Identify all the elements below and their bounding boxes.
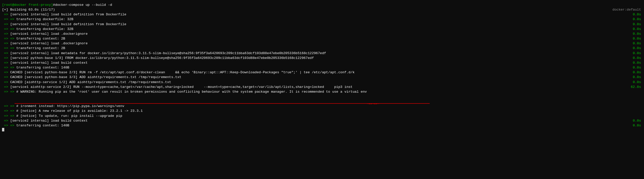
log-line: => [service1 internal] load build contex…: [2, 60, 642, 65]
log-text: [service2 internal] load build context: [8, 118, 88, 123]
log-text: [service2 internal] load metadata for do…: [8, 51, 326, 56]
log-text: [service1 internal] load build context: [8, 60, 88, 65]
time: 0.0s: [633, 123, 642, 128]
command-text: #docker-compose up --build -d: [53, 3, 112, 7]
time: 0.0s: [633, 51, 642, 56]
log-text: transferring context: 2B: [14, 36, 65, 41]
building-line: [+] Building 63.0s (11/17) docker:defaul…: [2, 7, 642, 12]
log-line: => => transferring dockerfile: 32B 0.0s: [2, 27, 642, 31]
log-line: => [service2 internal] load .dockerignor…: [2, 41, 642, 46]
log-text: CACHED [aiohttp-service 1/2] ADD aiohttp…: [8, 80, 171, 85]
time: 0.0s: [633, 41, 642, 46]
time: 0.0s: [633, 75, 642, 80]
time: 0.0s: [633, 36, 642, 41]
arrow: => =>: [2, 17, 14, 22]
log-line: => => transferring context: 2B 0.0s: [2, 46, 642, 51]
time: 0.0s: [633, 80, 642, 85]
arrow: =>: [2, 41, 8, 46]
arrow: => =>: [2, 89, 14, 94]
time: 0.0s: [633, 118, 642, 123]
arrow: => =>: [2, 27, 14, 31]
time: 0.0s: [633, 12, 642, 17]
arrow: => =>: [2, 109, 14, 113]
log-line: => => # ironment instead: https://pip.py…: [2, 104, 642, 109]
arrow: => =>: [2, 65, 14, 70]
terminal-cursor: [2, 128, 4, 131]
log-text: CACHED [service1 python-base 2/3] RUN rm…: [8, 70, 354, 75]
time: 0.0s: [633, 56, 642, 60]
log-text: [service1 internal] load build definitio…: [8, 12, 126, 17]
log-line: => [service1 internal] load build defini…: [2, 12, 642, 17]
pip-install-line: => [service1 aiohttp-service 2/2] RUN --…: [2, 85, 642, 89]
arrow: =>: [2, 31, 8, 36]
warning-text: # WARNING: Running pip as the 'root' use…: [14, 89, 367, 94]
arrow: =>: [2, 85, 8, 89]
log-text: # [notice] A new release of pip is avail…: [14, 109, 143, 113]
log-text: CACHED [service1 python-base 3/3] ADD ai…: [8, 75, 181, 80]
arrow: =>: [2, 60, 8, 65]
log-line: => => transferring context: 140B 0.0s: [2, 65, 642, 70]
time: 0.0s: [633, 70, 642, 75]
log-text: transferring context: 2B: [14, 46, 65, 51]
arrow: => =>: [2, 104, 14, 109]
arrow: =>: [2, 56, 8, 60]
log-line: => => transferring context: 2B 0.0s: [2, 36, 642, 41]
log-text: [service2 python-base 1/3] FROM docker.i…: [8, 56, 314, 60]
notice-line-2: => => # [notice] To update, run: pip ins…: [2, 114, 642, 118]
prompt-text: [root@docker front-proxy]: [2, 3, 53, 7]
log-text: [service2 internal] load build definitio…: [8, 22, 126, 27]
warning-line: => => # WARNING: Running pip as the 'roo…: [2, 89, 642, 104]
log-text: transferring dockerfile: 32B: [14, 17, 73, 22]
log-text: [service1 aiohttp-service 2/2] RUN --mou…: [8, 85, 352, 89]
time: 0.0s: [633, 60, 642, 65]
time: 0.0s: [633, 27, 642, 31]
log-line: => [service2 python-base 1/3] FROM docke…: [2, 56, 642, 60]
log-line: => => transferring context: 140B 0.0s: [2, 123, 642, 128]
arrow: => =>: [2, 114, 14, 118]
log-line: => [service2 internal] load build contex…: [2, 118, 642, 123]
arrow: => =>: [2, 46, 14, 51]
arrow: =>: [2, 51, 8, 56]
cached-line-3: => CACHED [aiohttp-service 1/2] ADD aioh…: [2, 80, 642, 85]
arrow: =>: [2, 70, 8, 75]
log-text: transferring dockerfile: 32B: [14, 27, 73, 31]
log-text: # [notice] To update, run: pip install -…: [14, 114, 122, 118]
prompt-line: [root@docker front-proxy]#docker-compose…: [2, 3, 642, 7]
time: 0.0s: [633, 31, 642, 36]
arrow: =>: [2, 22, 8, 27]
log-line: => [service1 internal] load .dockerignor…: [2, 31, 642, 36]
log-line: => [service2 internal] load metadata for…: [2, 51, 642, 56]
log-text: transferring context: 140B: [14, 123, 69, 128]
building-status: [+] Building 63.0s (11/17): [2, 7, 55, 12]
arrow: => =>: [2, 36, 14, 41]
log-text: # ironment instead: https://pip.pypa.io/…: [14, 104, 124, 109]
log-line: => => transferring dockerfile: 32B 0.0s: [2, 17, 642, 22]
log-text: transferring context: 140B: [14, 65, 69, 70]
cached-line-2: => CACHED [service1 python-base 3/3] ADD…: [2, 75, 642, 80]
terminal-window: [root@docker front-proxy]#docker-compose…: [0, 2, 644, 179]
notice-line-1: => => # [notice] A new release of pip is…: [2, 109, 642, 113]
arrow: =>: [2, 80, 8, 85]
arrow: =>: [2, 12, 8, 17]
time: 0.0s: [633, 46, 642, 51]
time: 0.0s: [633, 22, 642, 27]
arrow: =>: [2, 118, 8, 123]
time: 0.0s: [633, 65, 642, 70]
log-line: => [service2 internal] load build defini…: [2, 22, 642, 27]
log-text: [service2 internal] load .dockerignore: [8, 41, 88, 46]
docker-default-label: docker:default: [613, 7, 642, 12]
arrow: =>: [2, 75, 8, 80]
cursor-line: [2, 128, 642, 131]
cached-line-1: => CACHED [service1 python-base 2/3] RUN…: [2, 70, 642, 75]
log-text: [service1 internal] load .dockerignore: [8, 31, 88, 36]
time: 0.0s: [633, 17, 642, 22]
time: 62.8s: [631, 85, 642, 89]
arrow: => =>: [2, 123, 14, 128]
